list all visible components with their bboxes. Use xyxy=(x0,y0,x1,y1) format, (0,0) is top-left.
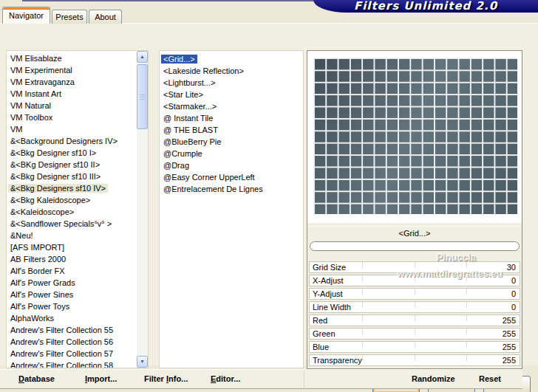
slider-label: Grid Size xyxy=(313,262,346,272)
slider-label: Y-Adjust xyxy=(313,289,343,299)
filter-list-item[interactable]: <Lightburst...> xyxy=(160,77,303,89)
filter-listbox[interactable]: <Grid...><Lakeside Reflection><Lightburs… xyxy=(159,50,304,368)
tab-about[interactable]: About xyxy=(89,10,122,24)
slider-label: Blue xyxy=(313,342,329,352)
randomize-button[interactable]: Randomize xyxy=(412,374,455,383)
category-list-item[interactable]: &<Sandflower Specials°v° > xyxy=(7,218,137,230)
filter-preview-image xyxy=(313,58,517,214)
parameter-slider[interactable]: Red 255 xyxy=(309,314,520,326)
category-items: VM ElisablazeVM ExperimentalVM Extravaga… xyxy=(7,52,137,368)
slider-value: 0 xyxy=(511,302,516,312)
filters-unlimited-window: Filters Unlimited 2.0 Navigator Presets … xyxy=(0,0,538,392)
slider-label: X-Adjust xyxy=(313,275,344,286)
filter-list-item[interactable]: @ THE BLAST xyxy=(160,124,303,136)
category-list-item[interactable]: Alf's Power Toys xyxy=(7,300,137,312)
parameter-slider[interactable]: Line Width 0 xyxy=(309,301,520,313)
preview-panel: <Grid...> Grid Size 30 X-Adjust 0 Y-Adju… xyxy=(307,50,522,369)
category-list-item[interactable]: VM Toolbox xyxy=(7,111,137,123)
parameter-slider[interactable]: Transparency 255 xyxy=(309,354,520,366)
category-list-item[interactable]: VM xyxy=(7,123,137,135)
category-list-item[interactable]: VM Elisablaze xyxy=(7,52,137,64)
scroll-down-icon[interactable]: ▼ xyxy=(137,356,148,368)
filter-list-item[interactable]: <Starmaker...> xyxy=(160,100,303,112)
slider-label: Green xyxy=(313,329,336,339)
category-listbox[interactable]: VM ElisablazeVM ExperimentalVM Extravaga… xyxy=(6,50,149,368)
tab-about-label: About xyxy=(95,13,116,21)
render-progress-bar xyxy=(310,241,520,251)
tab-navigator[interactable]: Navigator xyxy=(2,7,50,24)
filter-list-item[interactable]: @Crumple xyxy=(160,148,303,159)
tab-presets[interactable]: Presets xyxy=(52,10,87,24)
preview-frame xyxy=(307,51,522,223)
category-list-item[interactable]: VM Experimental xyxy=(7,64,137,76)
tab-navigator-label: Navigator xyxy=(9,11,44,20)
filter-list-item[interactable]: @ Instant Tile xyxy=(160,112,303,124)
category-list-item[interactable]: Andrew's Filter Collection 56 xyxy=(7,336,137,348)
category-list-item[interactable]: &<Bkg Designer sf10 I> xyxy=(7,147,137,159)
category-list-item[interactable]: &<BKg Designer sf10 II> xyxy=(7,159,137,171)
toolbar-right: Randomize Reset xyxy=(304,369,522,389)
title-banner: Filters Unlimited 2.0 xyxy=(313,0,538,13)
parameter-slider[interactable]: X-Adjust 0 xyxy=(309,275,520,286)
slider-value: 0 xyxy=(511,289,516,299)
category-list-item[interactable]: VM Natural xyxy=(7,100,137,111)
import-button[interactable]: Import... xyxy=(85,374,117,383)
banner-top-line xyxy=(22,0,315,1)
slider-label: Line Width xyxy=(313,302,351,312)
category-list-item[interactable]: &Neu! xyxy=(7,230,137,241)
category-list-item[interactable]: AlphaWorks xyxy=(7,312,137,324)
parameter-sliders: Grid Size 30 X-Adjust 0 Y-Adjust 0 Line … xyxy=(307,261,522,368)
slider-value: 30 xyxy=(507,262,516,272)
slider-label: Transparency xyxy=(313,355,362,365)
category-list-item[interactable]: &<Kaleidoscope> xyxy=(7,206,137,218)
filter-list-item[interactable]: <Star Lite> xyxy=(160,89,303,100)
category-list-item[interactable]: &<Bkg Designers sf10 IV> xyxy=(7,182,137,194)
category-list-item[interactable]: Andrew's Filter Collection 57 xyxy=(7,348,137,360)
parameter-slider[interactable]: Green 255 xyxy=(309,328,520,340)
filter-list-item[interactable]: <Grid...> xyxy=(160,53,303,65)
category-list-item[interactable]: Alf's Border FX xyxy=(7,265,137,277)
filter-list-item[interactable]: <Lakeside Reflection> xyxy=(160,65,303,77)
editor-button[interactable]: Editor... xyxy=(211,374,240,383)
filter-info-button[interactable]: Filter Info... xyxy=(144,374,188,383)
navigator-tab-page: VM ElisablazeVM ExperimentalVM Extravaga… xyxy=(0,23,538,365)
slider-value: 255 xyxy=(503,355,516,365)
parameter-slider[interactable]: Blue 255 xyxy=(309,341,520,353)
scrollbar-thumb[interactable] xyxy=(137,64,148,129)
filter-list-item[interactable]: @Easy Corner UpperLeft xyxy=(160,171,303,183)
category-list-item[interactable]: VM Instant Art xyxy=(7,88,137,100)
reset-button[interactable]: Reset xyxy=(479,374,501,383)
filter-list-item[interactable]: @Entrelacement De Lignes xyxy=(160,183,303,195)
slider-value: 255 xyxy=(503,315,516,326)
parameter-slider[interactable]: Y-Adjust 0 xyxy=(309,288,520,300)
scrollbar-grip-icon xyxy=(140,94,145,100)
category-list-item[interactable]: [AFS IMPORT] xyxy=(7,241,137,253)
filter-list-item[interactable]: @BlueBerry Pie xyxy=(160,136,303,148)
category-scrollbar[interactable]: ▲ ▼ xyxy=(137,51,148,368)
category-list-item[interactable]: &<Bkg Designer sf10 III> xyxy=(7,171,137,182)
tab-presets-label: Presets xyxy=(55,13,83,21)
category-list-item[interactable]: AB Filters 2000 xyxy=(7,253,137,265)
slider-label: Red xyxy=(313,315,327,326)
database-button[interactable]: Database xyxy=(18,374,55,383)
slider-value: 255 xyxy=(503,329,516,339)
category-list-item[interactable]: VM Extravaganza xyxy=(7,76,137,88)
category-list-item[interactable]: &<Bkg Kaleidoscope> xyxy=(7,194,137,206)
slider-value: 0 xyxy=(511,275,516,286)
filter-list-item[interactable]: @Drag xyxy=(160,159,303,171)
app-title: Filters Unlimited 2.0 xyxy=(354,0,497,13)
category-list-item[interactable]: Alf's Power Sines xyxy=(7,289,137,300)
slider-value: 255 xyxy=(503,342,516,352)
scroll-up-icon[interactable]: ▲ xyxy=(137,51,148,63)
category-list-item[interactable]: Andrew's Filter Collection 55 xyxy=(7,324,137,336)
selected-filter-caption: <Grid...> xyxy=(307,226,522,239)
category-list-item[interactable]: Andrew's Filter Collection 58 xyxy=(7,360,137,368)
parameter-slider[interactable]: Grid Size 30 xyxy=(309,261,520,273)
toolbar-left: Database Import... Filter Info... Editor… xyxy=(0,369,304,389)
category-list-item[interactable]: &<Background Designers IV> xyxy=(7,135,137,147)
category-list-item[interactable]: Alf's Power Grads xyxy=(7,277,137,289)
